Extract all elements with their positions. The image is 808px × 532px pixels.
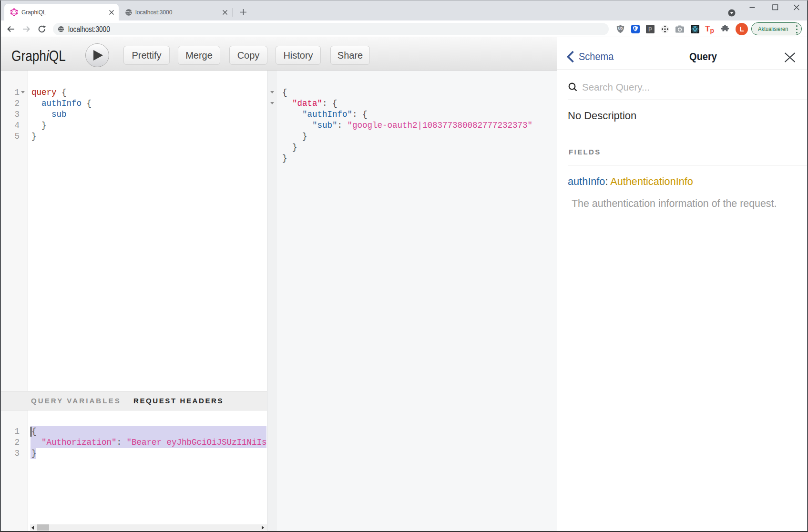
svg-text:P: P [648,26,652,33]
svg-text:UD: UD [618,27,623,30]
